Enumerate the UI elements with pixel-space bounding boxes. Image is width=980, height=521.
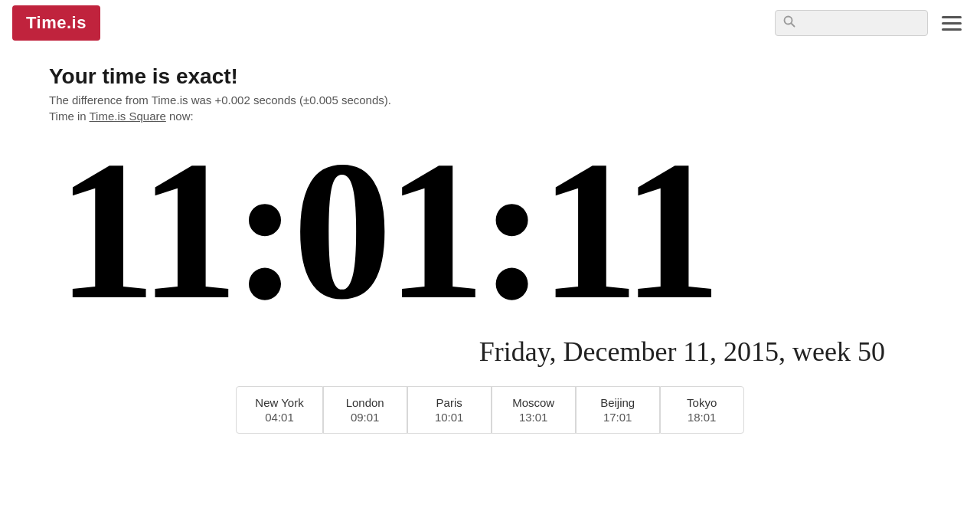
city-time: 10:01 — [426, 411, 472, 424]
main-content: Your time is exact! The difference from … — [0, 46, 980, 457]
city-time: 04:01 — [255, 411, 303, 424]
city-time: 13:01 — [511, 411, 557, 424]
city-box-beijing[interactable]: Beijing17:01 — [576, 386, 660, 434]
city-time: 17:01 — [595, 411, 641, 424]
city-name: Beijing — [595, 396, 641, 409]
clock-display: 11:01:11 — [49, 130, 931, 329]
city-time: 09:01 — [342, 411, 388, 424]
diff-text: The difference from Time.is was +0.002 s… — [49, 93, 931, 106]
menu-icon-line3 — [942, 28, 962, 31]
menu-icon-line2 — [942, 22, 962, 25]
city-name: New York — [255, 396, 303, 409]
header-right — [775, 10, 968, 37]
menu-button[interactable] — [936, 10, 968, 37]
logo[interactable]: Time.is — [12, 5, 100, 41]
search-icon — [783, 15, 795, 31]
city-box-tokyo[interactable]: Tokyo18:01 — [660, 386, 744, 434]
city-name: Tokyo — [679, 396, 725, 409]
search-input[interactable] — [800, 17, 920, 29]
city-box-paris[interactable]: Paris10:01 — [407, 386, 492, 434]
city-name: Paris — [426, 396, 472, 409]
city-times: New York04:01London09:01Paris10:01Moscow… — [49, 386, 931, 434]
svg-line-1 — [792, 24, 795, 27]
city-box-london[interactable]: London09:01 — [323, 386, 407, 434]
exact-title: Your time is exact! — [49, 64, 931, 89]
search-box[interactable] — [775, 10, 928, 36]
city-name: London — [342, 396, 388, 409]
city-box-new-york[interactable]: New York04:01 — [236, 386, 322, 434]
city-time: 18:01 — [679, 411, 725, 424]
date-display: Friday, December 11, 2015, week 50 — [49, 336, 931, 368]
menu-icon-line1 — [942, 16, 962, 18]
city-box-moscow[interactable]: Moscow13:01 — [492, 386, 576, 434]
logo-text: Time.is — [26, 13, 87, 32]
city-name: Moscow — [511, 396, 557, 409]
header: Time.is — [0, 0, 980, 46]
